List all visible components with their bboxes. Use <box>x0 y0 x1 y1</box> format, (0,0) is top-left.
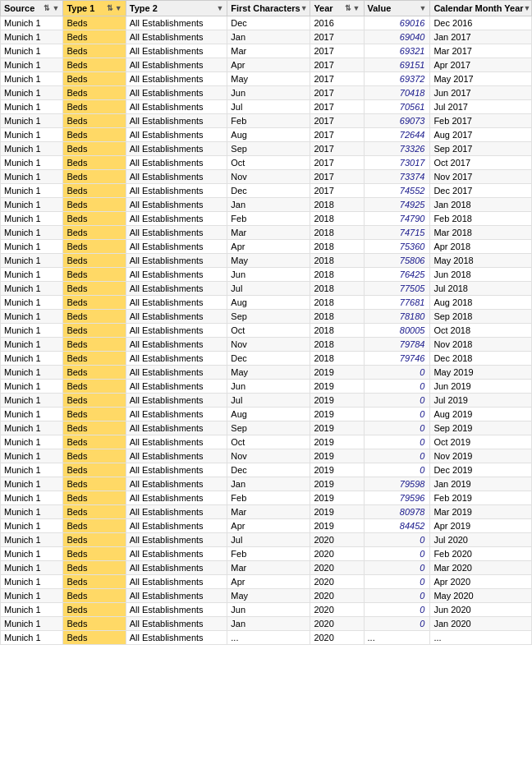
cell-value: 0 <box>364 617 430 631</box>
cell-source: Munich 1 <box>1 282 63 296</box>
cell-type1: Beds <box>63 575 126 589</box>
cell-value: 77681 <box>364 296 430 310</box>
cell-value: 79598 <box>364 477 430 491</box>
cell-year: 2018 <box>310 212 364 226</box>
column-header-source[interactable]: Source⇅▼ <box>1 1 63 16</box>
cell-calMonthYear: May 2018 <box>430 254 532 268</box>
cell-firstChars: Apr <box>227 575 310 589</box>
cell-year: 2019 <box>310 505 364 519</box>
cell-firstChars: Feb <box>227 547 310 561</box>
cell-year: 2017 <box>310 128 364 142</box>
cell-calMonthYear: Jan 2019 <box>430 477 532 491</box>
cell-calMonthYear: Sep 2019 <box>430 421 532 435</box>
table-row: Munich 1BedsAll EstablishmentsMay2018758… <box>1 254 532 268</box>
sort-icon-year[interactable]: ⇅ <box>345 4 351 12</box>
cell-type1: Beds <box>63 394 126 408</box>
cell-type1: Beds <box>63 421 126 435</box>
filter-icon-firstChars[interactable]: ▼ <box>300 4 308 12</box>
cell-type2: All Establishments <box>126 128 227 142</box>
cell-type2: All Establishments <box>126 352 227 366</box>
cell-calMonthYear: Nov 2018 <box>430 338 532 352</box>
cell-value: 69016 <box>364 16 430 30</box>
cell-type1: Beds <box>63 352 126 366</box>
cell-calMonthYear: Jun 2017 <box>430 86 532 100</box>
table-row: Munich 1BedsAll EstablishmentsJun20190Ju… <box>1 380 532 394</box>
cell-source: Munich 1 <box>1 491 63 505</box>
cell-value: 72644 <box>364 128 430 142</box>
cell-firstChars: Apr <box>227 519 310 533</box>
cell-value: 74790 <box>364 212 430 226</box>
cell-type2: All Establishments <box>126 589 227 603</box>
table-row: Munich 1BedsAll Establishments...2020...… <box>1 631 532 645</box>
table-row: Munich 1BedsAll EstablishmentsFeb2018747… <box>1 212 532 226</box>
column-header-firstChars[interactable]: First Characters▼ <box>227 1 310 16</box>
cell-source: Munich 1 <box>1 477 63 491</box>
cell-source: Munich 1 <box>1 100 63 114</box>
sort-icon-source[interactable]: ⇅ <box>44 4 50 12</box>
cell-type1: Beds <box>63 114 126 128</box>
cell-value: 76425 <box>364 268 430 282</box>
table-row: Munich 1BedsAll EstablishmentsNov2018797… <box>1 338 532 352</box>
cell-type2: All Establishments <box>126 603 227 617</box>
cell-calMonthYear: Jan 2017 <box>430 30 532 44</box>
cell-year: 2017 <box>310 170 364 184</box>
cell-year: 2019 <box>310 366 364 380</box>
table-row: Munich 1BedsAll EstablishmentsMar2017693… <box>1 44 532 58</box>
table-row: Munich 1BedsAll EstablishmentsSep2017733… <box>1 142 532 156</box>
cell-calMonthYear: Mar 2019 <box>430 505 532 519</box>
column-header-year[interactable]: Year⇅▼ <box>310 1 364 16</box>
column-header-value[interactable]: Value▼ <box>364 1 430 16</box>
cell-value: 74925 <box>364 198 430 212</box>
filter-icon-value[interactable]: ▼ <box>419 4 426 12</box>
filter-icon-source[interactable]: ▼ <box>52 4 59 12</box>
table-row: Munich 1BedsAll EstablishmentsSep20190Se… <box>1 421 532 435</box>
sort-icon-type1[interactable]: ⇅ <box>107 4 113 12</box>
column-header-type1[interactable]: Type 1⇅▼ <box>63 1 126 16</box>
cell-type2: All Establishments <box>126 380 227 394</box>
cell-type1: Beds <box>63 435 126 449</box>
cell-type1: Beds <box>63 603 126 617</box>
cell-source: Munich 1 <box>1 296 63 310</box>
table-row: Munich 1BedsAll EstablishmentsJan2019795… <box>1 477 532 491</box>
column-header-calMonthYear[interactable]: Calendar Month Year▼ <box>430 1 532 16</box>
cell-value: 70418 <box>364 86 430 100</box>
cell-type1: Beds <box>63 338 126 352</box>
filter-icon-calMonthYear[interactable]: ▼ <box>524 4 531 12</box>
cell-firstChars: Jun <box>227 603 310 617</box>
cell-type1: Beds <box>63 184 126 198</box>
cell-value: 69040 <box>364 30 430 44</box>
cell-type2: All Establishments <box>126 170 227 184</box>
filter-icon-type1[interactable]: ▼ <box>115 4 122 12</box>
table-row: Munich 1BedsAll EstablishmentsDec2018797… <box>1 352 532 366</box>
cell-value: 79746 <box>364 352 430 366</box>
cell-type1: Beds <box>63 198 126 212</box>
table-row: Munich 1BedsAll EstablishmentsMay2017693… <box>1 72 532 86</box>
cell-type2: All Establishments <box>126 366 227 380</box>
filter-icon-year[interactable]: ▼ <box>353 4 360 12</box>
table-row: Munich 1BedsAll EstablishmentsJun2018764… <box>1 268 532 282</box>
cell-type2: All Establishments <box>126 58 227 72</box>
cell-year: 2017 <box>310 156 364 170</box>
cell-value: 75360 <box>364 240 430 254</box>
filter-icon-type2[interactable]: ▼ <box>216 4 223 12</box>
cell-value: 0 <box>364 408 430 421</box>
cell-type1: Beds <box>63 408 126 421</box>
cell-source: Munich 1 <box>1 254 63 268</box>
table-row: Munich 1BedsAll EstablishmentsMar20200Ma… <box>1 561 532 575</box>
column-label-year: Year <box>314 3 332 13</box>
cell-calMonthYear: Nov 2017 <box>430 170 532 184</box>
column-header-type2[interactable]: Type 2▼ <box>126 1 227 16</box>
table-row: Munich 1BedsAll EstablishmentsJun2017704… <box>1 86 532 100</box>
cell-firstChars: Jul <box>227 282 310 296</box>
cell-firstChars: May <box>227 589 310 603</box>
column-label-calMonthYear: Calendar Month Year <box>433 3 523 13</box>
cell-type2: All Establishments <box>126 254 227 268</box>
cell-value: 75806 <box>364 254 430 268</box>
cell-type1: Beds <box>63 463 126 477</box>
cell-calMonthYear: Feb 2020 <box>430 547 532 561</box>
cell-type1: Beds <box>63 617 126 631</box>
cell-value: 69372 <box>364 72 430 86</box>
cell-source: Munich 1 <box>1 198 63 212</box>
table-row: Munich 1BedsAll EstablishmentsFeb2017690… <box>1 114 532 128</box>
cell-type2: All Establishments <box>126 72 227 86</box>
